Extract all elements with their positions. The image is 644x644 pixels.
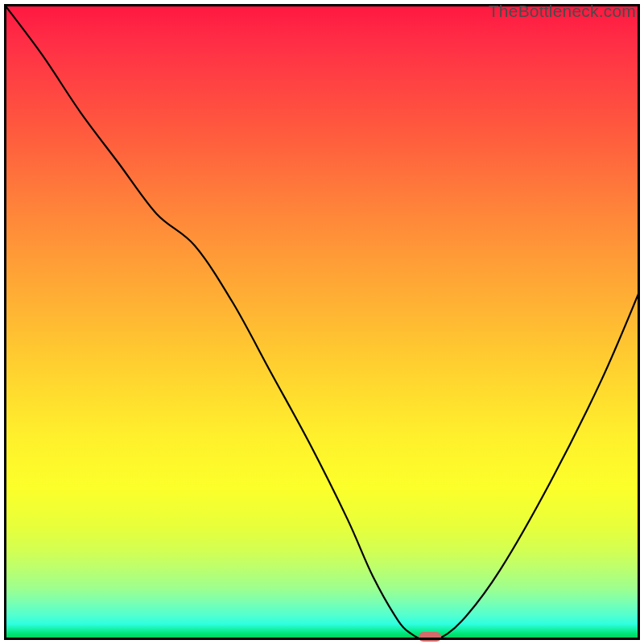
heat-gradient [4, 4, 640, 640]
optimal-marker [419, 632, 441, 642]
bottleneck-plot [4, 4, 640, 640]
